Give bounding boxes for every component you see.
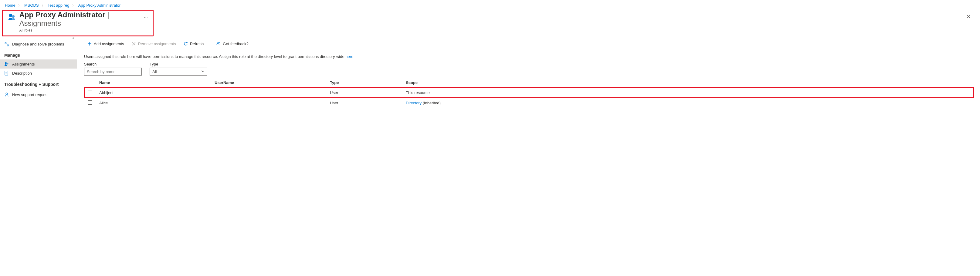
type-filter: Type All	[150, 62, 207, 76]
header-checkbox	[84, 78, 96, 88]
button-label: Got feedback?	[223, 41, 248, 46]
assignments-table: Name UserName Type Scope AbhijeetUserThi…	[84, 78, 974, 108]
sidebar-section-manage: Manage	[0, 49, 77, 59]
support-icon	[4, 92, 9, 97]
sidebar-item-diagnose[interactable]: Diagnose and solve problems	[0, 40, 77, 49]
sidebar-label: Assignments	[12, 62, 35, 67]
sidebar-label: New support request	[12, 92, 49, 97]
info-message: Users assigned this role here will have …	[84, 54, 345, 59]
cell-scope: Directory (Inherited)	[403, 98, 974, 108]
table-row[interactable]: AliceUserDirectory (Inherited)	[84, 98, 974, 108]
diagnose-icon	[4, 41, 9, 46]
feedback-button[interactable]: Got feedback?	[213, 40, 251, 48]
close-icon[interactable]: ✕	[966, 13, 971, 20]
header-username[interactable]: UserName	[212, 78, 327, 88]
sidebar-item-description[interactable]: Description	[0, 68, 77, 78]
sidebar-label: Diagnose and solve problems	[12, 42, 64, 46]
toolbar-separator	[210, 41, 210, 47]
cell-scope: This resource	[403, 88, 974, 98]
sidebar-item-assignments[interactable]: Assignments	[0, 59, 77, 68]
row-checkbox[interactable]	[88, 100, 92, 105]
breadcrumb-home[interactable]: Home	[5, 3, 16, 8]
button-label: Add assignments	[94, 41, 124, 46]
page-title: App Proxy Administrator | Assignments	[19, 11, 138, 28]
sidebar: « Diagnose and solve problems Manage Ass…	[0, 38, 77, 108]
add-assignments-button[interactable]: Add assignments	[84, 40, 127, 48]
button-label: Remove assignments	[138, 41, 176, 46]
more-actions-icon[interactable]: ⋯	[144, 15, 148, 19]
scope-text: This resource	[406, 90, 430, 95]
refresh-button[interactable]: Refresh	[180, 40, 207, 48]
scope-suffix: (Inherited)	[422, 101, 441, 105]
cell-type: User	[327, 98, 403, 108]
sidebar-item-support[interactable]: New support request	[0, 90, 77, 99]
table-row[interactable]: AbhijeetUserThis resource	[84, 88, 974, 98]
info-here-link[interactable]: here	[345, 54, 353, 59]
type-select-value: All	[152, 70, 157, 74]
filters: Search Type All	[84, 62, 974, 78]
page-header: App Proxy Administrator | Assignments Al…	[2, 10, 154, 36]
x-icon	[131, 41, 136, 46]
breadcrumb: Home 〉 MSODS 〉 Test app reg 〉 App Proxy …	[0, 0, 980, 10]
svg-point-1	[12, 15, 14, 18]
breadcrumb-test-app-reg[interactable]: Test app reg	[48, 3, 70, 8]
main-content: Add assignments Remove assignments Refre…	[77, 38, 980, 108]
cell-username	[212, 98, 327, 108]
page-title-bold: App Proxy Administrator	[19, 11, 105, 19]
info-text: Users assigned this role here will have …	[84, 50, 974, 62]
page-subtitle: All roles	[19, 28, 138, 32]
search-filter: Search	[84, 62, 142, 76]
scope-link[interactable]: Directory	[406, 101, 422, 105]
cell-type: User	[327, 88, 403, 98]
svg-point-2	[5, 62, 7, 64]
header-name[interactable]: Name	[96, 78, 212, 88]
role-group-icon	[8, 13, 16, 22]
plus-icon	[87, 41, 92, 46]
search-label: Search	[84, 62, 142, 67]
chevron-down-icon	[201, 70, 205, 74]
row-checkbox[interactable]	[88, 90, 92, 94]
remove-assignments-button: Remove assignments	[128, 40, 179, 48]
svg-point-8	[6, 93, 8, 95]
header-type[interactable]: Type	[327, 78, 403, 88]
assignments-icon	[4, 62, 9, 67]
description-icon	[4, 71, 9, 76]
search-input[interactable]	[84, 68, 142, 76]
chevron-right-icon: 〉	[18, 4, 21, 7]
breadcrumb-msods[interactable]: MSODS	[24, 3, 39, 8]
refresh-icon	[183, 41, 188, 46]
cell-name: Abhijeet	[96, 88, 212, 98]
cell-name: Alice	[96, 98, 212, 108]
type-label: Type	[150, 62, 207, 67]
sidebar-section-troubleshooting: Troubleshooting + Support	[0, 78, 77, 89]
svg-point-9	[217, 42, 219, 44]
type-select[interactable]: All	[150, 68, 207, 76]
cell-username	[212, 88, 327, 98]
header-scope[interactable]: Scope	[403, 78, 974, 88]
button-label: Refresh	[190, 41, 204, 46]
svg-point-3	[7, 63, 8, 65]
toolbar: Add assignments Remove assignments Refre…	[84, 38, 974, 50]
chevron-right-icon: 〉	[72, 4, 75, 7]
svg-point-0	[9, 14, 12, 17]
breadcrumb-app-proxy[interactable]: App Proxy Administrator	[78, 3, 121, 8]
sidebar-label: Description	[12, 71, 32, 76]
collapse-sidebar-icon[interactable]: «	[72, 36, 74, 40]
chevron-right-icon: 〉	[41, 4, 45, 7]
feedback-icon	[216, 41, 221, 46]
